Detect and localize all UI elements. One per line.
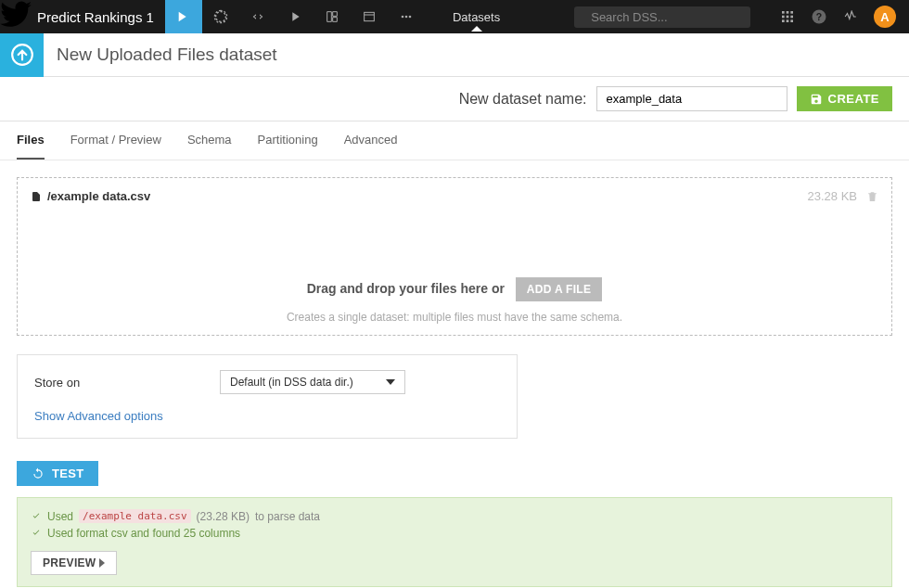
activity-icon[interactable] [842,8,859,25]
svg-rect-6 [787,11,789,14]
result-line-1: Used /example data.csv (23.28 KB) to par… [31,509,878,523]
store-options: Store on Default (in DSS data dir.) Show… [17,354,518,439]
tab-partitioning[interactable]: Partitioning [258,121,318,160]
dataset-name-label: New dataset name: [459,91,587,108]
topbar-right: ? A [766,6,909,28]
dataset-name-input[interactable] [596,86,787,111]
svg-rect-7 [790,11,793,14]
advanced-options-link[interactable]: Show Advanced options [34,409,500,423]
content: /example data.csv 23.28 KB Drag and drop… [0,160,909,588]
uploaded-file-row: /example data.csv 23.28 KB [31,189,878,203]
test-button[interactable]: TEST [17,461,98,486]
logo-bird-icon[interactable] [0,0,33,33]
create-button-label: CREATE [828,92,879,106]
drop-hint: Creates a single dataset: multiple files… [31,311,878,324]
result-line-2: Used format csv and found 25 columns [31,527,878,540]
svg-point-3 [405,16,408,19]
dropzone[interactable]: /example data.csv 23.28 KB Drag and drop… [17,177,892,336]
tabs: Files Format / Preview Schema Partitioni… [0,121,909,160]
search-input[interactable] [591,10,747,24]
tab-schema[interactable]: Schema [187,121,232,160]
page-title: New Uploaded Files dataset [44,45,277,65]
add-file-button[interactable]: ADD A FILE [516,277,602,301]
store-label: Store on [34,376,220,390]
result-file-code: /example data.csv [79,509,191,523]
topbar-left: Predict Rankings 1 [0,0,425,33]
svg-rect-11 [782,19,785,22]
datasets-breadcrumb[interactable]: Datasets [453,1,500,33]
dashboard-icon[interactable] [314,0,351,33]
test-button-label: TEST [52,467,83,480]
svg-rect-9 [787,16,789,19]
store-row: Store on Default (in DSS data dir.) [34,370,500,394]
svg-point-2 [402,16,404,19]
wiki-icon[interactable] [351,0,388,33]
tab-files[interactable]: Files [17,121,45,160]
code-icon[interactable] [239,0,276,33]
trash-icon[interactable] [866,190,878,203]
chevron-down-icon [386,379,395,385]
check-icon [31,512,42,521]
refresh-icon [32,467,45,480]
file-name: /example data.csv [47,189,150,203]
create-button[interactable]: CREATE [797,86,892,111]
test-result: Used /example data.csv (23.28 KB) to par… [17,497,892,587]
topbar-nav-icons [165,0,425,33]
flow-icon[interactable] [165,0,202,33]
store-selected: Default (in DSS data dir.) [230,376,353,389]
drop-instruction: Drag and drop your files here or ADD A F… [31,277,878,301]
file-icon [31,190,42,203]
tab-advanced[interactable]: Advanced [344,121,398,160]
svg-rect-5 [782,11,785,14]
file-meta: 23.28 KB [808,189,879,203]
svg-text:?: ? [816,11,822,22]
svg-point-4 [409,16,412,19]
play-icon[interactable] [276,0,314,33]
help-icon[interactable]: ? [811,8,827,25]
recipe-icon[interactable] [202,0,239,33]
check-icon [31,529,42,538]
tab-format[interactable]: Format / Preview [70,121,161,160]
svg-rect-13 [790,19,793,22]
save-icon [810,93,823,106]
project-name[interactable]: Predict Rankings 1 [33,9,165,25]
create-row: New dataset name: CREATE [0,77,909,121]
topbar: Predict Rankings 1 Datasets ? A [0,0,909,33]
avatar[interactable]: A [874,6,896,28]
topbar-center: Datasets [425,1,766,33]
more-icon[interactable] [388,0,425,33]
search-box[interactable] [574,6,750,28]
svg-rect-12 [787,19,789,22]
chevron-right-icon [99,558,105,568]
subheader: New Uploaded Files dataset [0,33,909,77]
upload-icon [0,33,44,77]
svg-rect-0 [365,12,375,20]
preview-button[interactable]: PREVIEW [31,551,117,575]
apps-icon[interactable] [779,8,796,25]
file-size: 23.28 KB [808,189,858,203]
svg-rect-8 [782,16,785,19]
file-info: /example data.csv [31,189,150,203]
store-select[interactable]: Default (in DSS data dir.) [220,370,405,394]
svg-rect-10 [790,16,793,19]
